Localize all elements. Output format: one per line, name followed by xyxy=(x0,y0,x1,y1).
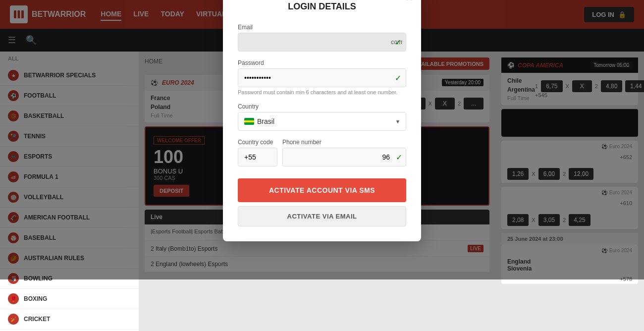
phone-number-wrapper: ✓ xyxy=(282,148,406,166)
modal-close-button[interactable]: ✕ xyxy=(406,0,413,3)
email-label: Email xyxy=(238,24,406,31)
password-check-icon: ✓ xyxy=(395,73,401,83)
modal-title: LOGIN DETAILS xyxy=(238,1,406,12)
password-hint: Password must contain min 6 characters a… xyxy=(238,89,406,95)
sidebar-item-boxing[interactable]: 🥊 BOXING xyxy=(0,289,139,309)
sidebar-item-label: CRICKET xyxy=(24,316,50,323)
sidebar-item-cricket[interactable]: 🏏 CRICKET xyxy=(0,309,139,330)
password-input[interactable] xyxy=(238,68,406,87)
cricket-icon: 🏏 xyxy=(8,314,19,325)
sidebar-item-label: BOXING xyxy=(24,295,47,302)
country-select-wrapper: Brasil ▼ xyxy=(238,112,406,131)
phone-row: ✓ xyxy=(238,148,406,166)
phone-number-label: Phone number xyxy=(282,139,406,146)
phone-form-group: Country code Phone number ✓ xyxy=(238,139,406,166)
activate-email-button[interactable]: ACTIVATE VIA EMAIL xyxy=(238,206,406,226)
password-input-wrapper: ✓ xyxy=(238,68,406,87)
password-form-group: Password ✓ Password must contain min 6 c… xyxy=(238,59,406,95)
country-value: Brasil xyxy=(257,117,274,125)
email-input[interactable] xyxy=(238,33,406,52)
brasil-flag-icon xyxy=(244,118,254,125)
email-form-group: Email com ✓ xyxy=(238,24,406,52)
phone-check-icon: ✓ xyxy=(396,153,402,162)
phone-labels: Country code Phone number xyxy=(238,139,406,146)
country-label: Country xyxy=(238,103,406,110)
login-details-modal: LOGIN DETAILS ✕ Email com ✓ Password ✓ P… xyxy=(223,0,421,241)
email-input-wrapper: com ✓ xyxy=(238,33,406,52)
country-form-group: Country Brasil ▼ xyxy=(238,103,406,131)
password-label: Password xyxy=(238,59,406,66)
country-code-label: Country code xyxy=(238,139,277,146)
boxing-icon: 🥊 xyxy=(8,293,19,304)
modal-overlay: LOGIN DETAILS ✕ Email com ✓ Password ✓ P… xyxy=(0,0,644,279)
country-code-input[interactable] xyxy=(238,148,277,166)
activate-sms-button[interactable]: ACTIVATE ACCOUNT VIA SMS xyxy=(238,178,406,202)
email-check-icon: ✓ xyxy=(395,38,401,47)
phone-number-input[interactable] xyxy=(282,148,406,166)
country-selector[interactable]: Brasil xyxy=(238,112,406,131)
